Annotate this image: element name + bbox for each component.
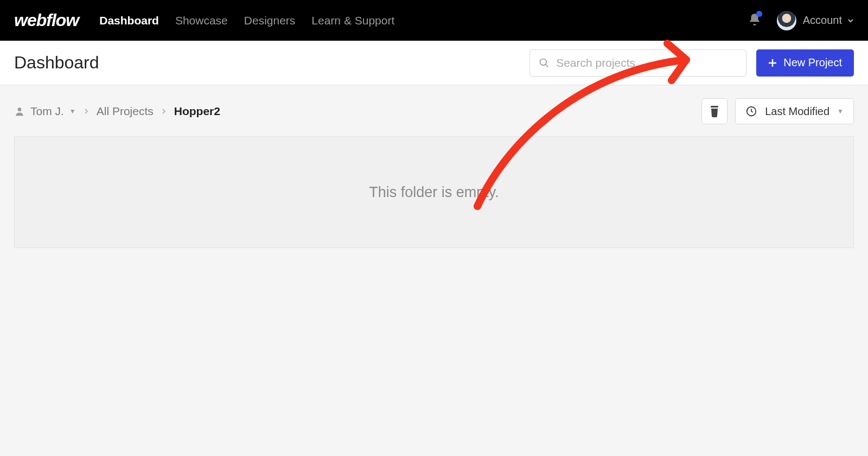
caret-down-icon: ▼ (837, 107, 844, 115)
nav-designers[interactable]: Designers (244, 14, 296, 27)
search-icon (539, 58, 550, 68)
page-title: Dashboard (14, 53, 99, 73)
breadcrumb-user-label: Tom J. (30, 105, 64, 118)
subheader: Dashboard New Project (0, 41, 868, 85)
sort-label: Last Modified (765, 105, 829, 118)
breadcrumb: Tom J. ▼ All Projects Hopper2 (14, 105, 220, 118)
account-label: Account (803, 14, 842, 27)
breadcrumb-user[interactable]: Tom J. ▼ (14, 105, 76, 118)
clock-reload-icon (745, 105, 757, 117)
content-area: Tom J. ▼ All Projects Hopper2 Last Modif… (0, 85, 868, 261)
account-menu[interactable]: Account (803, 14, 854, 27)
nav-learn-support[interactable]: Learn & Support (311, 14, 394, 27)
user-icon (14, 106, 25, 117)
plus-icon (768, 59, 777, 67)
nav-dashboard[interactable]: Dashboard (99, 14, 159, 27)
svg-rect-5 (711, 106, 718, 107)
search-box[interactable] (529, 49, 746, 77)
empty-folder-panel: This folder is empty. (14, 136, 854, 248)
notifications-button[interactable] (748, 12, 762, 29)
trash-button[interactable] (701, 98, 727, 124)
content-toolbar: Tom J. ▼ All Projects Hopper2 Last Modif… (14, 98, 854, 124)
chevron-right-icon (161, 109, 167, 114)
empty-folder-message: This folder is empty. (369, 184, 499, 201)
breadcrumb-current: Hopper2 (174, 105, 220, 118)
trash-icon (709, 105, 720, 117)
breadcrumb-all-projects[interactable]: All Projects (97, 105, 154, 118)
svg-point-0 (540, 59, 547, 65)
svg-line-1 (546, 64, 548, 67)
caret-down-icon: ▼ (69, 107, 76, 115)
nav-showcase[interactable]: Showcase (175, 14, 228, 27)
notification-dot (756, 11, 762, 17)
brand-logo[interactable]: webflow (14, 10, 79, 30)
svg-point-4 (18, 107, 22, 111)
chevron-right-icon (84, 109, 89, 114)
sort-button[interactable]: Last Modified ▼ (735, 98, 854, 124)
avatar[interactable] (777, 11, 796, 30)
search-input[interactable] (556, 56, 737, 69)
new-project-label: New Project (783, 56, 842, 69)
top-nav: Dashboard Showcase Designers Learn & Sup… (99, 14, 394, 27)
chevron-down-icon (847, 17, 854, 24)
new-project-button[interactable]: New Project (756, 49, 854, 77)
topbar: webflow Dashboard Showcase Designers Lea… (0, 0, 868, 41)
